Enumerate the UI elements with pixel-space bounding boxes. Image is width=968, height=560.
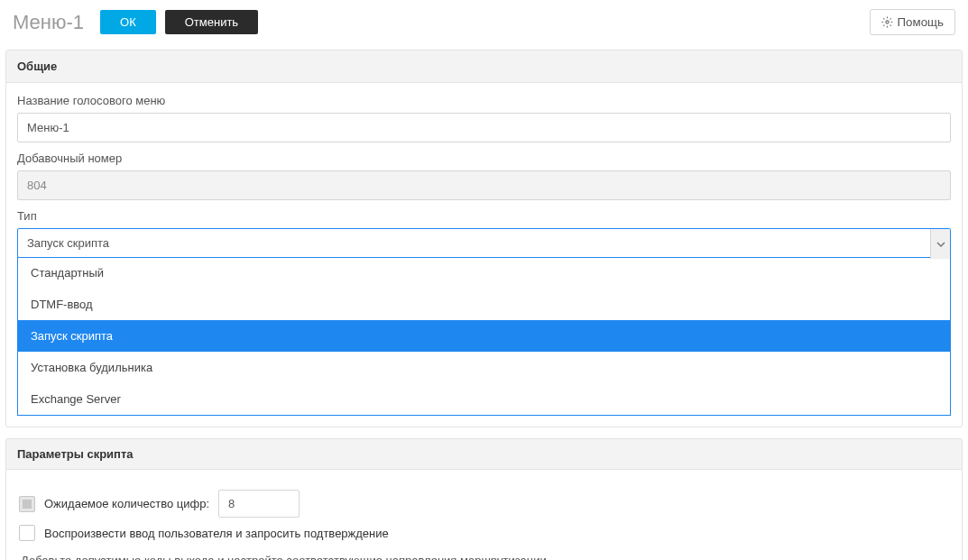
type-option-script[interactable]: Запуск скрипта [18, 320, 950, 352]
type-option-dtmf[interactable]: DTMF-ввод [18, 289, 950, 320]
general-header: Общие [6, 50, 962, 83]
type-dropdown: Стандартный DTMF-ввод Запуск скрипта Уст… [17, 257, 951, 416]
type-select-value: Запуск скрипта [27, 236, 109, 250]
help-button[interactable]: Помощь [870, 9, 955, 35]
type-option-standard[interactable]: Стандартный [18, 257, 950, 289]
type-label: Тип [17, 209, 951, 223]
general-panel: Общие Название голосового меню Добавочны… [5, 50, 963, 427]
expected-digits-input[interactable] [218, 490, 300, 518]
chevron-down-icon [930, 229, 950, 259]
name-input[interactable] [17, 113, 951, 142]
ext-label: Добавочный номер [17, 151, 951, 165]
expected-digits-checkbox[interactable] [19, 496, 35, 512]
routing-help-text: Добавьте допустимые коды выхода и настро… [21, 554, 947, 560]
type-option-alarm[interactable]: Установка будильника [18, 352, 950, 383]
page-title: Меню-1 [13, 11, 84, 34]
help-label: Помощь [898, 15, 944, 29]
script-params-panel: Параметры скрипта Ожидаемое количество ц… [5, 438, 963, 560]
playback-confirm-checkbox[interactable] [19, 525, 35, 541]
type-select[interactable]: Запуск скрипта [17, 228, 951, 258]
name-label: Название голосового меню [17, 94, 951, 107]
playback-confirm-label: Воспроизвести ввод пользователя и запрос… [44, 527, 389, 540]
ext-input[interactable] [17, 170, 951, 200]
gear-icon [881, 16, 893, 28]
svg-point-0 [885, 21, 888, 23]
expected-digits-label: Ожидаемое количество цифр: [44, 497, 209, 510]
cancel-button[interactable]: Отменить [165, 10, 258, 34]
ok-button[interactable]: ОК [100, 10, 156, 34]
script-params-header: Параметры скрипта [5, 438, 963, 470]
type-option-exchange[interactable]: Exchange Server [18, 383, 950, 415]
